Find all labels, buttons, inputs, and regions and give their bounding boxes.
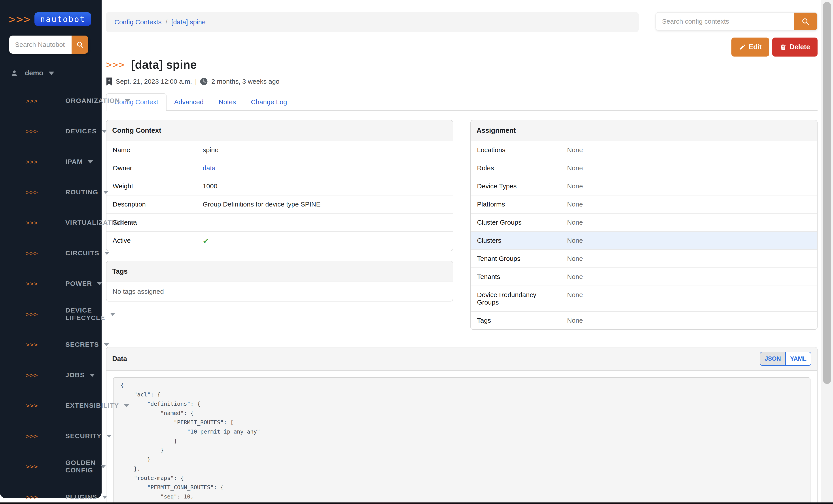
breadcrumb-link-current[interactable]: [data] spine [171,18,206,26]
table-row: Weight 1000 [106,177,453,195]
sidebar-search-input[interactable] [9,35,72,54]
nautobot-logo-text: nautobot [40,15,86,24]
table-row: Tenant Groups None [471,250,817,268]
tab-notes[interactable]: Notes [211,94,243,110]
config-context-json-code[interactable]: { "acl": { "definitions": { "named": { "… [113,377,810,504]
table-row: Cluster Groups None [471,214,817,232]
page-scrollbar[interactable] [820,0,833,504]
left-column: Config Context Name spine Owner data Wei… [106,120,453,330]
table-row: Roles None [471,159,817,177]
chevron-down-icon [97,282,102,288]
tags-empty-text: No tags assigned [106,282,453,301]
nautobot-chevrons-icon: >>> [9,14,31,25]
table-row: Tags None [471,312,817,329]
field-value: None [561,177,817,195]
sidebar-item-plugins[interactable]: >>> PLUGINS [0,482,101,504]
yaml-toggle-button[interactable]: YAML [786,352,811,366]
field-label: Device Types [471,177,561,195]
sidebar-item-devices[interactable]: >>> DEVICES [0,116,101,146]
sidebar-item-jobs[interactable]: >>> JOBS [0,360,101,390]
scrollbar-thumb[interactable] [823,2,831,384]
sidebar-item-label: DEVICE LIFECYCLE [65,307,105,321]
sidebar-item-label: EXTENSIBILITY [65,402,119,409]
nautobot-chevrons-icon: >>> [26,341,65,348]
chevron-down-icon [100,465,106,471]
last-updated: 2 months, 3 weeks ago [211,78,280,85]
field-value [196,214,453,231]
object-search-input[interactable] [656,13,794,30]
sidebar-item-label: DEVICES [65,127,97,135]
chevron-down-icon [49,72,54,78]
nautobot-chevrons-icon: >>> [26,372,65,379]
sidebar-search-button[interactable] [72,35,88,54]
tags-panel: Tags No tags assigned [106,261,453,302]
table-row: Active ✔ [106,232,453,251]
field-label: Platforms [471,195,561,213]
sidebar-nav: >>> ORGANIZATION >>> DEVICES >>> IPAM >>… [0,86,101,504]
field-label: Locations [471,141,561,159]
field-value: None [561,232,817,249]
chevron-down-icon [106,435,112,440]
user-menu[interactable]: demo [10,69,101,77]
chevron-down-icon [104,252,110,258]
object-search-button[interactable] [794,13,817,30]
field-value: None [561,141,817,159]
field-value: None [561,250,817,267]
chevron-down-icon [124,404,129,410]
sidebar-item-circuits[interactable]: >>> CIRCUITS [0,238,101,268]
sidebar-item-device-lifecycle[interactable]: >>> DEVICE LIFECYCLE [0,299,101,329]
chevron-down-icon [102,496,107,501]
sidebar-item-label: GOLDEN CONFIG [65,459,96,474]
tab-change-log[interactable]: Change Log [243,94,294,110]
field-label: Tenants [471,268,561,286]
sidebar-item-ipam[interactable]: >>> IPAM [0,146,101,177]
table-row: Description Group Definitions for device… [106,195,453,214]
nautobot-chevrons-icon: >>> [26,402,65,409]
sidebar-item-label: ROUTING [65,188,98,196]
sidebar-item-power[interactable]: >>> POWER [0,268,101,299]
nautobot-chevrons-icon: >>> [26,189,65,196]
sidebar-item-golden-config[interactable]: >>> GOLDEN CONFIG [0,451,101,482]
search-icon [76,41,84,48]
trash-icon [780,44,786,50]
chevron-down-icon [88,160,93,166]
sidebar-item-secrets[interactable]: >>> SECRETS [0,329,101,360]
sidebar-item-organization[interactable]: >>> ORGANIZATION [0,86,101,116]
sidebar-item-extensibility[interactable]: >>> EXTENSIBILITY [0,390,101,421]
check-icon: ✔ [203,237,209,246]
table-row: Name spine [106,141,453,159]
field-value: None [561,159,817,177]
field-value: 1000 [196,177,453,195]
sidebar-item-label: VIRTUALIZATION [65,219,125,226]
sidebar-item-label: IPAM [65,158,83,165]
field-value: Group Definitions for device type SPINE [196,195,453,213]
format-toggle: JSON YAML [760,352,811,366]
delete-button[interactable]: Delete [772,38,817,56]
table-row: Platforms None [471,195,817,214]
edit-button[interactable]: Edit [732,38,769,56]
nautobot-chevrons-icon: >>> [26,219,65,226]
owner-link[interactable]: data [203,164,216,172]
assignment-panel: Assignment Locations None Roles None Dev… [470,120,817,330]
chevron-down-icon [110,313,115,318]
data-panel: Data JSON YAML { "acl": { "definitions":… [106,347,817,504]
sidebar-item-routing[interactable]: >>> ROUTING [0,177,101,208]
created-date: Sept. 21, 2023 12:00 a.m. [116,78,192,85]
field-label: Tags [471,312,561,329]
nautobot-chevrons-icon: >>> [26,463,65,470]
right-column: Assignment Locations None Roles None Dev… [470,120,817,330]
bookmark-plus-icon [106,77,112,86]
nautobot-logo[interactable]: >>> nautobot [0,0,101,26]
sidebar-item-label: ORGANIZATION [65,97,120,104]
json-toggle-button[interactable]: JSON [760,352,786,366]
main-content: Config Contexts / [data] spine [101,0,820,504]
field-value: ✔ [196,232,453,251]
panel-title: Tags [106,261,453,282]
sidebar-item-label: PLUGINS [65,493,97,501]
sidebar-item-virtualization[interactable]: >>> VIRTUALIZATION [0,208,101,238]
chevron-down-icon [90,374,95,379]
field-label: Owner [106,159,196,177]
breadcrumb-link-config-contexts[interactable]: Config Contexts [114,18,162,26]
tab-advanced[interactable]: Advanced [167,94,211,110]
sidebar-item-security[interactable]: >>> SECURITY [0,421,101,451]
